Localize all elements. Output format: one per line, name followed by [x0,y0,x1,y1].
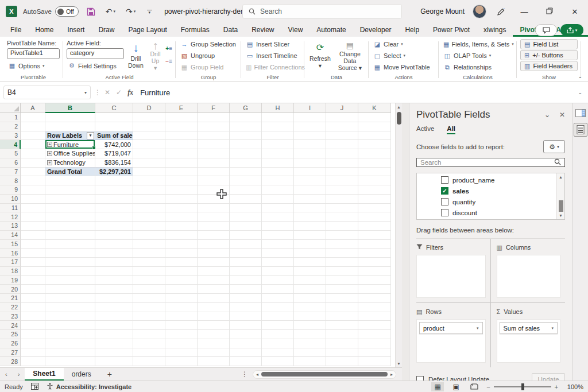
cell-A3[interactable] [21,131,45,141]
cell-D12[interactable] [133,212,165,222]
cell-H8[interactable] [262,176,294,185]
cell-I6[interactable] [294,158,326,168]
fields-search-input[interactable]: Search [416,158,565,167]
collapse-field-button[interactable]: −≡ [165,59,172,65]
view-page-break-button[interactable] [468,382,481,391]
cell-F20[interactable] [198,285,230,294]
cell-I3[interactable] [294,131,326,141]
row-labels-filter-button[interactable]: ▾ [87,132,94,139]
cell-E4[interactable] [165,140,198,149]
cell-B22[interactable] [45,303,95,312]
cell-C19[interactable] [95,276,133,285]
cell-J13[interactable] [326,222,358,231]
cell-J2[interactable] [326,122,358,131]
cell-K15[interactable] [358,240,391,249]
cell-A25[interactable] [21,330,45,339]
row-header-15[interactable]: 15 [0,240,21,249]
tab-power-pivot[interactable]: Power Pivot [426,24,477,37]
cell-A15[interactable] [21,240,45,249]
row-header-23[interactable]: 23 [0,312,21,321]
cell-G10[interactable] [230,195,262,204]
cell-I8[interactable] [294,176,326,185]
zoom-thumb[interactable] [521,383,524,390]
cell-C4[interactable]: $742,000 [95,140,133,149]
cell-I2[interactable] [294,122,326,131]
cell-A22[interactable] [21,303,45,312]
row-header-21[interactable]: 21 [0,294,21,303]
user-avatar[interactable] [473,5,486,18]
row-header-1[interactable]: 1 [0,113,21,122]
cell-A20[interactable] [21,285,45,294]
discount-checkbox[interactable] [441,209,448,216]
cell-D5[interactable] [133,149,165,158]
fields-items-sets-button[interactable]: ▦Fields, Items, & Sets▾ [442,39,513,49]
view-normal-button[interactable]: ▦ [431,382,444,391]
cell-B12[interactable] [45,212,95,222]
field-list-pane-toggle[interactable] [574,123,587,137]
cell-C9[interactable] [95,185,133,195]
prev-sheet-button[interactable]: ‹ [0,371,13,378]
comments-button[interactable] [535,24,557,36]
cell-F7[interactable] [198,168,230,177]
cell-D18[interactable] [133,267,165,276]
cell-K25[interactable] [358,330,391,339]
cell-J22[interactable] [326,303,358,312]
cell-C26[interactable] [95,339,133,348]
relationships-button[interactable]: ⧉Relationships [442,62,513,72]
collapse-ribbon-button[interactable]: ⌄ [578,73,582,79]
cell-H1[interactable] [262,113,294,122]
user-name[interactable]: George Mount [420,7,465,15]
expand-icon[interactable]: + [47,160,52,165]
cell-C15[interactable] [95,240,133,249]
cell-C8[interactable] [95,176,133,185]
cell-C25[interactable] [95,330,133,339]
row-header-8[interactable]: 8 [0,176,21,185]
cell-B21[interactable] [45,294,95,303]
cell-J24[interactable] [326,321,358,330]
sheet-tab-options-icon[interactable]: ⋮ [237,370,253,378]
cell-K12[interactable] [358,212,391,222]
cell-A18[interactable] [21,267,45,276]
cell-C13[interactable] [95,222,133,231]
redo-button[interactable]: ↷▾ [123,5,138,18]
cell-D23[interactable] [133,312,165,321]
cell-C18[interactable] [95,267,133,276]
cell-J9[interactable] [326,185,358,195]
olap-tools-button[interactable]: ◫OLAP Tools▾ [442,51,513,61]
cell-K21[interactable] [358,294,391,303]
field-settings-button[interactable]: ⚙Field Settings [67,60,124,71]
row-header-7[interactable]: 7 [0,168,21,177]
cell-H23[interactable] [262,312,294,321]
cell-A28[interactable] [21,357,45,366]
drill-down-button[interactable]: ↓ Drill Down [126,39,145,72]
cell-A19[interactable] [21,276,45,285]
cell-C1[interactable] [95,113,133,122]
cell-F8[interactable] [198,176,230,185]
cell-E10[interactable] [165,195,198,204]
formula-input[interactable]: Furniture [140,88,578,97]
cell-I20[interactable] [294,285,326,294]
row-header-22[interactable]: 22 [0,303,21,312]
cell-F6[interactable] [198,158,230,168]
cell-C21[interactable] [95,294,133,303]
cell-K14[interactable] [358,231,391,240]
cell-I11[interactable] [294,204,326,213]
cell-E22[interactable] [165,303,198,312]
field-list-scrollbar[interactable]: ▲ ▼ [556,173,564,219]
cell-K2[interactable] [358,122,391,131]
cell-C24[interactable] [95,321,133,330]
cell-J18[interactable] [326,267,358,276]
restore-button[interactable] [541,7,558,16]
sheet-tab-orders[interactable]: orders [64,368,99,381]
cell-K8[interactable] [358,176,391,185]
cell-K6[interactable] [358,158,391,168]
pane-tab-active[interactable]: Active [416,125,434,134]
column-header-F[interactable]: F [198,103,230,113]
expand-icon[interactable]: + [47,151,52,156]
cell-H2[interactable] [262,122,294,131]
accessibility-status[interactable]: Accessibility: Investigate [56,383,131,390]
cell-F5[interactable] [198,149,230,158]
cell-H4[interactable] [262,140,294,149]
vertical-scroll-thumb[interactable] [397,112,401,125]
cell-E20[interactable] [165,285,198,294]
